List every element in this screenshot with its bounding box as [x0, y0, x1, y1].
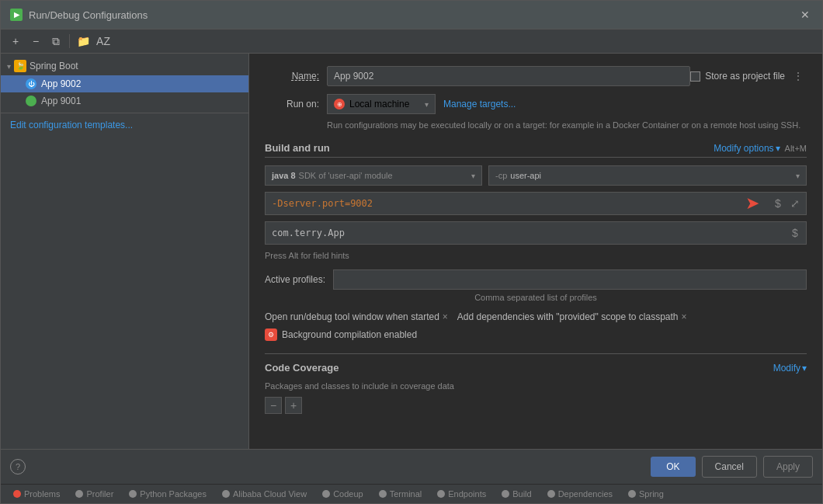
- chevron-down-icon: ▾: [425, 100, 429, 109]
- coverage-hint: Packages and classes to include in cover…: [265, 381, 807, 391]
- store-label: Store as project file: [705, 71, 785, 82]
- run-on-dropdown[interactable]: ⊕ Local machine ▾: [327, 94, 436, 114]
- manage-targets-link[interactable]: Manage targets...: [443, 99, 516, 109]
- cancel-button[interactable]: Cancel: [702, 456, 757, 478]
- name-label: Name:: [265, 71, 319, 82]
- name-left: Name:: [265, 66, 690, 86]
- sidebar-item-app9001[interactable]: App 9001: [1, 92, 248, 109]
- run-on-hint: Run configurations may be executed local…: [327, 120, 807, 130]
- spring-boot-icon: 🍃: [14, 60, 26, 72]
- run-on-value: Local machine: [349, 99, 409, 109]
- build-label: Build: [512, 489, 531, 499]
- taskbar-python-packages[interactable]: Python Packages: [123, 487, 213, 501]
- vm-options-row: -Dserver.port=9002 ➤ $ ⤢: [265, 192, 807, 215]
- close-button[interactable]: ✕: [797, 7, 813, 23]
- edit-templates-link[interactable]: Edit configuration templates...: [1, 113, 248, 137]
- python-packages-icon: [129, 490, 137, 498]
- vm-options-input[interactable]: -Dserver.port=9002: [266, 195, 770, 212]
- arrow-indicator: ➤: [745, 193, 759, 214]
- bottom-buttons: OK Cancel Apply: [651, 456, 813, 478]
- taskbar-build[interactable]: Build: [495, 487, 537, 501]
- code-coverage-section: Code Coverage Modify ▾ Packages and clas…: [265, 353, 807, 414]
- main-class-row: com.terry.App $: [265, 221, 807, 245]
- dialog-icon: ▶: [10, 9, 23, 21]
- remove-button[interactable]: −: [27, 33, 44, 50]
- run-debug-dialog: ▶ Run/Debug Configurations ✕ + − ⧉ 📁 AZ …: [0, 0, 823, 504]
- chevron-down-icon: ▾: [776, 143, 780, 154]
- coverage-minus-button[interactable]: −: [265, 397, 282, 414]
- store-checkbox[interactable]: [690, 71, 700, 82]
- field-hint: Press Alt for field hints: [265, 251, 807, 260]
- local-machine-icon: ⊕: [334, 99, 345, 109]
- taskbar-alibaba[interactable]: Alibaba Cloud View: [216, 487, 313, 501]
- option2-close[interactable]: ×: [682, 311, 687, 322]
- option1-tag: Open run/debug tool window when started …: [265, 311, 448, 322]
- coverage-header: Code Coverage Modify ▾: [265, 362, 807, 374]
- expand-button[interactable]: ⤢: [787, 196, 803, 211]
- toolbar-separator: [69, 34, 70, 48]
- main-class-input[interactable]: com.terry.App: [266, 224, 787, 242]
- taskbar-endpoints[interactable]: Endpoints: [431, 487, 492, 501]
- endpoints-label: Endpoints: [448, 489, 486, 499]
- active-profiles-input[interactable]: [333, 269, 807, 290]
- spring-label: Spring: [639, 489, 664, 499]
- app9001-icon: [26, 96, 36, 106]
- copy-button[interactable]: ⧉: [47, 33, 64, 50]
- sdk-row: java 8 SDK of 'user-api' module ▾ -cp us…: [265, 165, 807, 186]
- spring-boot-group-header[interactable]: ▾ 🍃 Spring Boot: [1, 57, 248, 75]
- coverage-plus-button[interactable]: +: [285, 397, 302, 414]
- help-button[interactable]: ?: [10, 459, 26, 474]
- sidebar: ▾ 🍃 Spring Boot ⏻ App 9002 App 9001 Edit…: [1, 54, 249, 449]
- option2-tag: Add dependencies with "provided" scope t…: [457, 311, 687, 322]
- run-on-row: Run on: ⊕ Local machine ▾ Manage targets…: [265, 94, 807, 114]
- modify-options-button[interactable]: Modify options ▾ Alt+M: [714, 143, 807, 154]
- background-icon: ⚙: [265, 328, 277, 341]
- sort-button[interactable]: AZ: [95, 33, 112, 50]
- cp-dropdown[interactable]: -cp user-api ▾: [488, 165, 807, 186]
- sidebar-item-app9002[interactable]: ⏻ App 9002: [1, 75, 248, 92]
- right-panel: Name: Store as project file ⋮ Run on: ⊕ …: [249, 54, 822, 449]
- ok-button[interactable]: OK: [651, 457, 695, 477]
- dollar-button[interactable]: $: [770, 196, 786, 211]
- sidebar-item-label: App 9001: [41, 96, 81, 106]
- main-content: ▾ 🍃 Spring Boot ⏻ App 9002 App 9001 Edit…: [1, 54, 822, 449]
- alibaba-icon: [222, 490, 230, 498]
- option2-label: Add dependencies with "provided" scope t…: [457, 311, 679, 322]
- chevron-down-icon: ▾: [7, 62, 11, 71]
- dependencies-icon: [547, 490, 555, 498]
- chevron-down-icon: ▾: [796, 172, 800, 180]
- name-row: Name: Store as project file ⋮: [265, 66, 807, 86]
- run-on-label: Run on:: [265, 99, 319, 109]
- coverage-title: Code Coverage: [265, 362, 339, 374]
- apply-button[interactable]: Apply: [763, 456, 813, 478]
- more-options-button[interactable]: ⋮: [790, 70, 807, 82]
- coverage-modify-button[interactable]: Modify ▾: [773, 363, 807, 374]
- build-run-title: Build and run: [265, 142, 330, 154]
- taskbar-problems[interactable]: Problems: [7, 487, 66, 501]
- taskbar-spring[interactable]: Spring: [622, 487, 670, 501]
- main-class-dollar-button[interactable]: $: [787, 225, 803, 241]
- modify-options-label: Modify options: [714, 143, 773, 154]
- option1-label: Open run/debug tool window when started: [265, 311, 439, 322]
- alibaba-label: Alibaba Cloud View: [233, 489, 307, 499]
- profiler-label: Profiler: [86, 489, 113, 499]
- option1-close[interactable]: ×: [443, 311, 448, 322]
- terminal-label: Terminal: [390, 489, 422, 499]
- taskbar-codeup[interactable]: Codeup: [316, 487, 370, 501]
- add-button[interactable]: +: [7, 33, 24, 50]
- problems-label: Problems: [24, 489, 60, 499]
- name-input[interactable]: [327, 66, 690, 86]
- chevron-down-icon: ▾: [471, 172, 475, 180]
- taskbar-dependencies[interactable]: Dependencies: [541, 487, 619, 501]
- store-checkbox-area: Store as project file ⋮: [690, 70, 807, 82]
- endpoints-icon: [437, 490, 445, 498]
- dependencies-label: Dependencies: [558, 489, 613, 499]
- taskbar-profiler[interactable]: Profiler: [69, 487, 120, 501]
- python-packages-label: Python Packages: [140, 489, 207, 499]
- taskbar-terminal[interactable]: Terminal: [373, 487, 429, 501]
- sdk-dropdown[interactable]: java 8 SDK of 'user-api' module ▾: [265, 165, 482, 186]
- codeup-label: Codeup: [333, 489, 363, 499]
- spring-boot-group: ▾ 🍃 Spring Boot ⏻ App 9002 App 9001: [1, 54, 248, 113]
- sdk-hint: SDK of 'user-api' module: [299, 171, 393, 180]
- modify-shortcut: Alt+M: [785, 144, 807, 153]
